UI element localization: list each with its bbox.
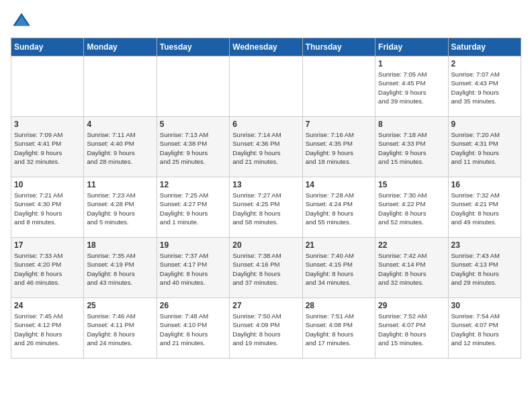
calendar-cell: 17Sunrise: 7:33 AM Sunset: 4:20 PM Dayli… xyxy=(11,238,84,298)
logo-icon xyxy=(11,11,32,32)
calendar-cell: 25Sunrise: 7:46 AM Sunset: 4:11 PM Dayli… xyxy=(84,298,157,359)
day-number: 10 xyxy=(14,180,81,189)
day-info: Sunrise: 7:37 AM Sunset: 4:17 PM Dayligh… xyxy=(160,251,226,287)
calendar-cell: 8Sunrise: 7:18 AM Sunset: 4:33 PM Daylig… xyxy=(375,117,448,177)
day-info: Sunrise: 7:07 AM Sunset: 4:43 PM Dayligh… xyxy=(451,70,518,105)
calendar-cell: 13Sunrise: 7:27 AM Sunset: 4:25 PM Dayli… xyxy=(230,177,302,238)
day-number: 1 xyxy=(378,59,445,68)
day-info: Sunrise: 7:23 AM Sunset: 4:28 PM Dayligh… xyxy=(87,191,153,226)
calendar-cell: 9Sunrise: 7:20 AM Sunset: 4:31 PM Daylig… xyxy=(448,117,521,177)
calendar-cell: 16Sunrise: 7:32 AM Sunset: 4:21 PM Dayli… xyxy=(448,177,521,238)
calendar-cell: 30Sunrise: 7:54 AM Sunset: 4:07 PM Dayli… xyxy=(448,298,521,359)
page-header xyxy=(11,11,521,32)
calendar-cell xyxy=(157,56,229,117)
calendar-cell: 7Sunrise: 7:16 AM Sunset: 4:35 PM Daylig… xyxy=(302,117,375,177)
day-info: Sunrise: 7:11 AM Sunset: 4:40 PM Dayligh… xyxy=(87,130,153,166)
day-info: Sunrise: 7:16 AM Sunset: 4:35 PM Dayligh… xyxy=(306,130,372,166)
calendar-week-row: 24Sunrise: 7:45 AM Sunset: 4:12 PM Dayli… xyxy=(11,298,521,359)
day-info: Sunrise: 7:40 AM Sunset: 4:15 PM Dayligh… xyxy=(306,251,372,287)
day-info: Sunrise: 7:50 AM Sunset: 4:09 PM Dayligh… xyxy=(232,312,299,347)
calendar-cell: 15Sunrise: 7:30 AM Sunset: 4:22 PM Dayli… xyxy=(375,177,448,238)
day-header-wednesday: Wednesday xyxy=(230,38,302,56)
day-number: 30 xyxy=(451,301,518,310)
day-number: 15 xyxy=(378,180,445,189)
calendar-week-row: 1Sunrise: 7:05 AM Sunset: 4:45 PM Daylig… xyxy=(11,56,521,117)
calendar-week-row: 3Sunrise: 7:09 AM Sunset: 4:41 PM Daylig… xyxy=(11,117,521,177)
logo xyxy=(11,11,35,32)
day-header-tuesday: Tuesday xyxy=(157,38,229,56)
calendar-table: SundayMondayTuesdayWednesdayThursdayFrid… xyxy=(11,38,521,359)
calendar-cell: 22Sunrise: 7:42 AM Sunset: 4:14 PM Dayli… xyxy=(375,238,448,298)
day-info: Sunrise: 7:05 AM Sunset: 4:45 PM Dayligh… xyxy=(378,70,445,105)
day-header-friday: Friday xyxy=(375,38,448,56)
day-info: Sunrise: 7:42 AM Sunset: 4:14 PM Dayligh… xyxy=(378,251,445,287)
day-info: Sunrise: 7:35 AM Sunset: 4:19 PM Dayligh… xyxy=(87,251,153,287)
day-number: 24 xyxy=(14,301,81,310)
calendar-cell: 2Sunrise: 7:07 AM Sunset: 4:43 PM Daylig… xyxy=(448,56,521,117)
calendar-cell: 12Sunrise: 7:25 AM Sunset: 4:27 PM Dayli… xyxy=(157,177,229,238)
day-info: Sunrise: 7:14 AM Sunset: 4:36 PM Dayligh… xyxy=(232,130,299,166)
day-number: 7 xyxy=(306,120,372,129)
day-number: 20 xyxy=(232,240,299,250)
calendar-header-row: SundayMondayTuesdayWednesdayThursdayFrid… xyxy=(11,38,521,56)
day-info: Sunrise: 7:18 AM Sunset: 4:33 PM Dayligh… xyxy=(378,130,445,166)
day-number: 4 xyxy=(87,120,153,129)
day-info: Sunrise: 7:46 AM Sunset: 4:11 PM Dayligh… xyxy=(87,312,153,347)
day-number: 13 xyxy=(232,180,299,189)
day-number: 26 xyxy=(160,301,226,310)
calendar-cell: 14Sunrise: 7:28 AM Sunset: 4:24 PM Dayli… xyxy=(302,177,375,238)
day-info: Sunrise: 7:20 AM Sunset: 4:31 PM Dayligh… xyxy=(451,130,518,166)
day-info: Sunrise: 7:33 AM Sunset: 4:20 PM Dayligh… xyxy=(14,251,81,287)
day-number: 22 xyxy=(378,240,445,250)
calendar-cell: 21Sunrise: 7:40 AM Sunset: 4:15 PM Dayli… xyxy=(302,238,375,298)
day-info: Sunrise: 7:52 AM Sunset: 4:07 PM Dayligh… xyxy=(378,312,445,347)
day-number: 17 xyxy=(14,240,81,250)
day-number: 19 xyxy=(160,240,226,250)
day-info: Sunrise: 7:09 AM Sunset: 4:41 PM Dayligh… xyxy=(14,130,81,166)
day-number: 29 xyxy=(378,301,445,310)
day-number: 28 xyxy=(306,301,372,310)
calendar-cell: 28Sunrise: 7:51 AM Sunset: 4:08 PM Dayli… xyxy=(302,298,375,359)
day-number: 8 xyxy=(378,120,445,129)
day-header-thursday: Thursday xyxy=(302,38,375,56)
calendar-week-row: 17Sunrise: 7:33 AM Sunset: 4:20 PM Dayli… xyxy=(11,238,521,298)
day-number: 2 xyxy=(451,59,518,68)
day-number: 5 xyxy=(160,120,226,129)
day-number: 11 xyxy=(87,180,153,189)
calendar-cell: 11Sunrise: 7:23 AM Sunset: 4:28 PM Dayli… xyxy=(84,177,157,238)
day-number: 9 xyxy=(451,120,518,129)
day-number: 3 xyxy=(14,120,81,129)
calendar-cell: 18Sunrise: 7:35 AM Sunset: 4:19 PM Dayli… xyxy=(84,238,157,298)
calendar-cell: 19Sunrise: 7:37 AM Sunset: 4:17 PM Dayli… xyxy=(157,238,229,298)
day-info: Sunrise: 7:51 AM Sunset: 4:08 PM Dayligh… xyxy=(306,312,372,347)
calendar-cell: 6Sunrise: 7:14 AM Sunset: 4:36 PM Daylig… xyxy=(230,117,302,177)
calendar-cell: 20Sunrise: 7:38 AM Sunset: 4:16 PM Dayli… xyxy=(230,238,302,298)
day-header-sunday: Sunday xyxy=(11,38,84,56)
calendar-cell: 3Sunrise: 7:09 AM Sunset: 4:41 PM Daylig… xyxy=(11,117,84,177)
day-info: Sunrise: 7:25 AM Sunset: 4:27 PM Dayligh… xyxy=(160,191,226,226)
calendar-cell: 29Sunrise: 7:52 AM Sunset: 4:07 PM Dayli… xyxy=(375,298,448,359)
calendar-cell xyxy=(84,56,157,117)
calendar-cell: 5Sunrise: 7:13 AM Sunset: 4:38 PM Daylig… xyxy=(157,117,229,177)
calendar-cell: 27Sunrise: 7:50 AM Sunset: 4:09 PM Dayli… xyxy=(230,298,302,359)
calendar-cell: 1Sunrise: 7:05 AM Sunset: 4:45 PM Daylig… xyxy=(375,56,448,117)
day-info: Sunrise: 7:30 AM Sunset: 4:22 PM Dayligh… xyxy=(378,191,445,226)
day-number: 23 xyxy=(451,240,518,250)
calendar-cell xyxy=(230,56,302,117)
day-number: 21 xyxy=(306,240,372,250)
day-header-saturday: Saturday xyxy=(448,38,521,56)
calendar-week-row: 10Sunrise: 7:21 AM Sunset: 4:30 PM Dayli… xyxy=(11,177,521,238)
day-info: Sunrise: 7:32 AM Sunset: 4:21 PM Dayligh… xyxy=(451,191,518,226)
day-number: 6 xyxy=(232,120,299,129)
day-info: Sunrise: 7:27 AM Sunset: 4:25 PM Dayligh… xyxy=(232,191,299,226)
calendar-cell xyxy=(11,56,84,117)
day-info: Sunrise: 7:43 AM Sunset: 4:13 PM Dayligh… xyxy=(451,251,518,287)
day-number: 27 xyxy=(232,301,299,310)
day-info: Sunrise: 7:45 AM Sunset: 4:12 PM Dayligh… xyxy=(14,312,81,347)
day-info: Sunrise: 7:21 AM Sunset: 4:30 PM Dayligh… xyxy=(14,191,81,226)
day-header-monday: Monday xyxy=(84,38,157,56)
day-number: 14 xyxy=(306,180,372,189)
day-info: Sunrise: 7:54 AM Sunset: 4:07 PM Dayligh… xyxy=(451,312,518,347)
day-number: 16 xyxy=(451,180,518,189)
day-info: Sunrise: 7:28 AM Sunset: 4:24 PM Dayligh… xyxy=(306,191,372,226)
